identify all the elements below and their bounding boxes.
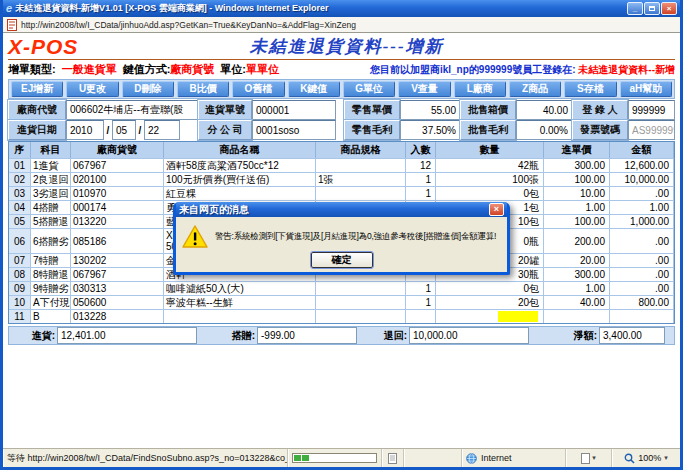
- document-pane: [382, 449, 404, 467]
- cell-price: 300.00: [544, 268, 610, 281]
- cell-price: 100.00: [544, 215, 610, 228]
- branch-input[interactable]: 0001soso: [252, 120, 336, 140]
- retail-margin-input[interactable]: 37.50%: [400, 120, 460, 140]
- cell-amount: 10,000.00: [610, 173, 674, 186]
- operator-input[interactable]: 999999: [628, 100, 675, 120]
- window-titlebar[interactable]: e 未結進退貨資料-新增V1.01 [X-POS 雲端商業網] - Window…: [3, 0, 680, 17]
- dialog-message: 警告:系統檢測到[下貨進現]及[月結進現]為0,強迫參考稅後[搭贈進價]金額運算…: [215, 231, 496, 242]
- table-row[interactable]: 022良退回020100100元折價券(買仟送佰)1張1100張100.0010…: [9, 172, 674, 186]
- minimize-button[interactable]: _: [627, 2, 643, 15]
- dialog-titlebar[interactable]: 来自网页的消息 ×: [176, 202, 507, 217]
- toolbar-button-8[interactable]: V查量: [398, 81, 450, 97]
- cell-type: 2良退回: [31, 173, 71, 186]
- zoom-control[interactable]: 100% ▾: [612, 449, 680, 467]
- ok-button[interactable]: 確定: [311, 252, 373, 268]
- retail-margin-label: 零售毛利: [344, 120, 400, 140]
- cell-name: 酒軒58度高粱酒750cc*12: [164, 159, 316, 172]
- cell-price: 200.00: [544, 229, 610, 253]
- table-row[interactable]: 033劣退回010970紅豆粿10包10.00.00: [9, 186, 674, 200]
- cell-type: 8特贈退: [31, 268, 71, 281]
- cell-code: 050600: [71, 296, 164, 309]
- order-type-label: 增單類型:: [8, 62, 56, 77]
- col-header-vendor-code: 廠商貨號: [71, 142, 164, 158]
- maximize-icon: [649, 6, 655, 11]
- return-total-value: 10,000.00: [409, 327, 529, 344]
- toolbar-button-9[interactable]: L廠商: [454, 81, 506, 97]
- cell-amount: .00: [610, 187, 674, 200]
- cell-code: 130202: [71, 254, 164, 267]
- date-separator: /: [136, 120, 144, 140]
- cell-price: 20.00: [544, 254, 610, 267]
- toolbar: EJ增新U更改D刪除B比價O舊檔K鍵值G單位V查量L廠商Z商品S存檔aH幫助: [8, 79, 675, 99]
- cell-packs: 1: [406, 296, 436, 309]
- address-bar[interactable]: http://win2008/tw/I_CData/jinhuoAdd.asp?…: [3, 17, 680, 33]
- order-no-input[interactable]: 000001: [252, 100, 336, 120]
- key-mode-label: 鍵值方式:: [123, 62, 171, 77]
- cell-code: 067967: [71, 268, 164, 281]
- toolbar-button-3[interactable]: D刪除: [122, 81, 174, 97]
- cell-code: 020100: [71, 173, 164, 186]
- cell-amount: .00: [610, 268, 674, 281]
- cell-amount: 1.00: [610, 201, 674, 214]
- key-mode-value: 廠商貨號: [170, 62, 214, 77]
- maximize-button[interactable]: [644, 2, 660, 15]
- toolbar-button-11[interactable]: S存檔: [564, 81, 616, 97]
- cell-no: 07: [9, 254, 31, 267]
- vendor-code-input[interactable]: 006602牛埔店--有壹聯(股: [66, 100, 198, 120]
- table-row[interactable]: 099特贈劣030313咖啡濾紙50入(大)10包1.00.00: [9, 281, 674, 295]
- toolbar-button-10[interactable]: Z商品: [509, 81, 561, 97]
- zone-pane: Internet: [462, 449, 566, 467]
- invoice-no-input[interactable]: AS99999999: [628, 120, 675, 140]
- wholesale-box-price-input[interactable]: 40.00: [516, 100, 572, 120]
- invoice-no-label: 發票號碼: [572, 120, 628, 140]
- cell-type: 4搭贈: [31, 201, 71, 214]
- toolbar-button-5[interactable]: O舊檔: [232, 81, 284, 97]
- cell-packs: [406, 310, 436, 323]
- cell-amount: .00: [610, 282, 674, 295]
- cell-qty: 42瓶: [436, 159, 544, 172]
- magnifier-icon: [624, 453, 635, 464]
- toolbar-button-12[interactable]: aH幫助: [620, 81, 672, 97]
- date-month-input[interactable]: 05: [112, 120, 136, 140]
- close-button[interactable]: ×: [661, 2, 677, 15]
- col-header-product-name: 商品名稱: [164, 142, 316, 158]
- cell-type: 3劣退回: [31, 187, 71, 200]
- cell-price: 1.00: [544, 201, 610, 214]
- retail-price-input[interactable]: 55.00: [400, 100, 460, 120]
- webpage-message-dialog: 来自网页的消息 × 警告:系統檢測到[下貨進現]及[月結進現]為0,強迫參考稅後…: [173, 202, 510, 275]
- toolbar-button-4[interactable]: B比價: [177, 81, 229, 97]
- protected-mode-pane[interactable]: ▾: [566, 449, 612, 467]
- login-prefix: 您目前以加盟商ikl_np的999999號員工登錄在:: [370, 64, 576, 75]
- toolbar-button-7[interactable]: G單位: [343, 81, 395, 97]
- address-url[interactable]: http://win2008/tw/I_CData/jinhuoAdd.asp?…: [21, 20, 356, 30]
- cell-qty: 0包: [436, 282, 544, 295]
- table-row[interactable]: 10A下付現050600寧波年糕--生鮮120包40.00800.00: [9, 295, 674, 309]
- date-year-input[interactable]: 2010: [66, 120, 104, 140]
- toolbar-button-1[interactable]: EJ增新: [11, 81, 63, 97]
- dialog-close-button[interactable]: ×: [489, 203, 504, 216]
- cell-qty: 0包: [436, 187, 544, 200]
- cell-amount: 800.00: [610, 296, 674, 309]
- internet-explorer-icon: e: [6, 3, 12, 14]
- wholesale-box-price-label: 批售箱價: [460, 100, 516, 120]
- progress-pane: [288, 449, 382, 467]
- table-header-row: 序 科目 廠商貨號 商品名稱 商品規格 入數 數量 進單價 金額: [9, 142, 674, 158]
- cell-qty: 100張: [436, 173, 544, 186]
- purchase-total-label: 進貨:: [17, 327, 57, 344]
- date-day-input[interactable]: 22: [144, 120, 180, 140]
- order-type-value: 一般進貨單: [62, 62, 117, 77]
- table-row[interactable]: 11B013228: [9, 309, 674, 323]
- active-edit-cell[interactable]: [498, 311, 538, 322]
- toolbar-button-2[interactable]: U更改: [66, 81, 118, 97]
- cell-no: 03: [9, 187, 31, 200]
- toolbar-button-6[interactable]: K鍵值: [288, 81, 340, 97]
- wholesale-margin-input[interactable]: 0.00%: [516, 120, 572, 140]
- cell-price: 40.00: [544, 296, 610, 309]
- status-text: 等待 http://win2008/tw/I_CData/FindSnoSubn…: [3, 449, 288, 467]
- page-header: X-POS 未結進退貨資料---增新: [8, 33, 675, 60]
- cell-type: 9特贈劣: [31, 282, 71, 295]
- cell-spec: [316, 159, 406, 172]
- cell-code: 013228: [71, 310, 164, 323]
- table-row[interactable]: 011進貨067967酒軒58度高粱酒750cc*121242瓶300.0012…: [9, 158, 674, 172]
- cell-packs: 1: [406, 187, 436, 200]
